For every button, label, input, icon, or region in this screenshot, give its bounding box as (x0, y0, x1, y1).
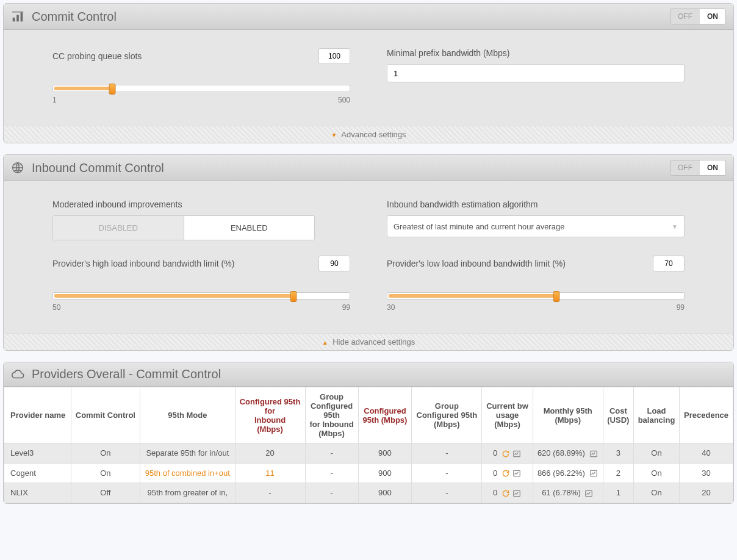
cell-cfg: 900 (358, 463, 412, 483)
cell-prec: 30 (680, 463, 733, 483)
chart-icon[interactable] (511, 488, 522, 497)
cell-mode: 95th of combined in+out (140, 463, 235, 483)
cell-mode: Separate 95th for in/out (140, 443, 235, 464)
algo-label: Inbound bandwidth estimation algorithm (387, 199, 538, 209)
refresh-icon[interactable] (500, 468, 511, 478)
th-grp-in[interactable]: GroupConfigured95thfor Inbound(Mbps) (305, 387, 358, 443)
probing-min: 1 (52, 96, 57, 104)
high-max: 99 (342, 303, 350, 312)
refresh-icon[interactable] (500, 448, 511, 458)
high-input[interactable] (318, 256, 350, 271)
mod-toggle[interactable]: DISABLED ENABLED (52, 215, 315, 240)
svg-rect-9 (586, 490, 592, 496)
chart-icon[interactable] (511, 448, 522, 458)
cell-cur: 0 (482, 483, 533, 503)
th-mode[interactable]: 95th Mode (140, 387, 235, 443)
svg-rect-8 (514, 490, 520, 496)
low-slider[interactable]: 30 99 (387, 292, 685, 312)
inbound-toggle-on[interactable]: ON (700, 160, 725, 175)
th-cfg-in[interactable]: Configured 95thforInbound(Mbps) (235, 387, 305, 443)
minbw-input[interactable] (387, 64, 685, 82)
providers-body: Provider name Commit Control 95th Mode C… (4, 387, 733, 503)
svg-rect-7 (590, 470, 597, 476)
providers-header: Providers Overall - Commit Control (4, 362, 733, 387)
th-cost[interactable]: Cost(USD) (603, 387, 633, 443)
cell-mon: 866 (96.22%) (533, 463, 603, 483)
algo-select[interactable]: Greatest of last minute and current hour… (387, 215, 685, 237)
cell-mode: 95th from greater of in, (140, 483, 235, 503)
th-mon[interactable]: Monthly 95th(Mbps) (533, 387, 603, 443)
chart-icon[interactable] (583, 488, 594, 497)
th-grp[interactable]: GroupConfigured 95th(Mbps) (412, 387, 482, 443)
high-min: 50 (52, 303, 60, 312)
commit-icon (11, 10, 24, 23)
cell-cur: 0 (482, 443, 533, 464)
cell-name: NLIX (4, 483, 71, 503)
cell-cfg: 900 (358, 483, 412, 503)
inbound-body: Moderated inbound improvements DISABLED … (4, 181, 733, 333)
chevron-down-icon: ▼ (672, 223, 678, 230)
inbound-header: Inbound Commit Control OFF ON (4, 155, 733, 181)
chart-icon[interactable] (588, 468, 599, 478)
th-lb[interactable]: Loadbalancing (633, 387, 679, 443)
probing-slider[interactable]: 1 500 (52, 85, 350, 104)
th-prec[interactable]: Precedence (680, 387, 733, 443)
cell-cur: 0 (482, 463, 533, 483)
th-cc[interactable]: Commit Control (71, 387, 140, 443)
table-row[interactable]: Level3OnSeparate 95th for in/out20-900-0… (4, 443, 733, 464)
inbound-hide-label: Hide advanced settings (333, 337, 415, 346)
svg-rect-2 (21, 12, 23, 22)
commit-control-panel: Commit Control OFF ON CC probing queue s… (3, 3, 734, 143)
cell-grp-in: - (305, 483, 358, 503)
inbound-toggle[interactable]: OFF ON (670, 160, 726, 176)
inbound-hide-advanced[interactable]: ▲ Hide advanced settings (4, 333, 733, 350)
th-name[interactable]: Provider name (4, 387, 71, 443)
cell-cost: 2 (603, 463, 633, 483)
chevron-up-icon: ▲ (322, 339, 328, 346)
cell-cc: Off (71, 483, 140, 503)
cell-cfg-in: - (235, 483, 305, 503)
inbound-panel: Inbound Commit Control OFF ON Moderated … (3, 154, 734, 351)
svg-rect-1 (16, 15, 19, 21)
cell-prec: 20 (680, 483, 733, 503)
cell-cfg-in: 11 (235, 463, 305, 483)
high-slider[interactable]: 50 99 (52, 292, 350, 312)
table-row[interactable]: CogentOn95th of combined in+out11-900-0 … (4, 463, 733, 483)
globe-icon (11, 161, 24, 174)
probing-input[interactable] (318, 48, 350, 64)
mod-disabled-btn[interactable]: DISABLED (53, 216, 184, 240)
commit-toggle[interactable]: OFF ON (670, 9, 726, 24)
cell-grp-in: - (305, 443, 358, 464)
commit-title: Commit Control (32, 10, 117, 24)
commit-advanced-toggle[interactable]: ▼ Advanced settings (4, 126, 733, 143)
commit-toggle-on[interactable]: ON (700, 9, 725, 24)
refresh-icon[interactable] (500, 488, 511, 497)
cell-cost: 1 (603, 483, 633, 503)
cell-grp: - (412, 483, 482, 503)
cell-lb: On (633, 443, 679, 464)
mod-enabled-btn[interactable]: ENABLED (184, 216, 315, 240)
cell-cost: 3 (603, 443, 633, 464)
low-label: Provider's low load inbound bandwidth li… (387, 259, 566, 268)
probing-label: CC probing queue slots (52, 51, 142, 61)
cell-cfg-in: 20 (235, 443, 305, 464)
low-max: 99 (677, 303, 685, 312)
commit-adv-label: Advanced settings (341, 130, 406, 139)
chart-icon[interactable] (511, 468, 522, 478)
th-cur[interactable]: Current bwusage(Mbps) (482, 387, 533, 443)
inbound-title: Inbound Commit Control (32, 161, 164, 175)
table-row[interactable]: NLIXOff95th from greater of in,--900-0 6… (4, 483, 733, 503)
th-cfg[interactable]: Configured95th (Mbps) (358, 387, 412, 443)
low-input[interactable] (653, 256, 685, 271)
svg-rect-0 (13, 18, 15, 21)
commit-header: Commit Control OFF ON (4, 4, 733, 30)
chevron-down-icon: ▼ (331, 132, 337, 138)
inbound-toggle-off[interactable]: OFF (670, 160, 700, 175)
mod-label: Moderated inbound improvements (52, 199, 182, 209)
cell-prec: 40 (680, 443, 733, 464)
cloud-icon (11, 368, 24, 381)
chart-icon[interactable] (588, 448, 599, 458)
cell-lb: On (633, 463, 679, 483)
commit-toggle-off[interactable]: OFF (670, 9, 700, 24)
cell-lb: On (633, 483, 679, 503)
